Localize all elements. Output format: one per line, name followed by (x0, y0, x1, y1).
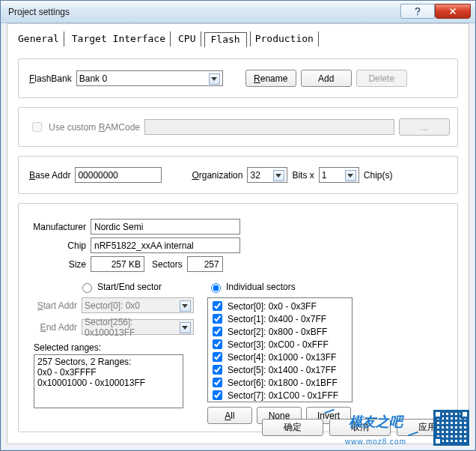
sector-item: Sector[4]: 0x1000 - 0x13FF (228, 352, 336, 363)
apply-button[interactable]: 应用 (397, 419, 458, 436)
end-addr-label: End Addr (34, 322, 77, 333)
start-end-radio-label: Start/End sector (97, 282, 162, 292)
tab-production[interactable]: Production (250, 31, 319, 46)
sector-item: Sector[3]: 0xC00 - 0xFFF (228, 339, 329, 350)
selected-ranges-listbox[interactable]: 257 Sectors, 2 Ranges: 0x0 - 0x3FFFF 0x1… (34, 354, 183, 408)
sector-checkbox[interactable] (213, 314, 222, 324)
start-end-radio[interactable] (82, 283, 92, 293)
use-custom-ramcode-checkbox (32, 122, 42, 132)
list-item: 257 Sectors, 2 Ranges: (37, 357, 180, 367)
window: Project settings General Target Interfac… (0, 0, 476, 451)
flashbank-group: FlashBank Bank 0 Rename Add Delete (18, 58, 458, 98)
individual-sectors-radio[interactable] (211, 283, 221, 293)
bits-x-label: Bits x (292, 170, 314, 181)
close-icon (448, 6, 458, 16)
chip-label: Chip (29, 240, 86, 251)
start-addr-label: Start Addr (34, 300, 77, 311)
manufacturer-label: Manufacturer (29, 222, 86, 232)
sector-item: Sector[2]: 0x800 - 0xBFF (228, 327, 327, 337)
client-area: General Target Interface CPU Flash Produ… (7, 23, 469, 444)
sectors-label: Sectors (152, 259, 183, 270)
sector-item: Sector[0]: 0x0 - 0x3FF (228, 301, 317, 312)
ok-button[interactable]: 确定 (262, 419, 323, 436)
flashbank-label: FlashBank (29, 73, 72, 84)
add-button[interactable]: Add (301, 70, 352, 87)
sector-checkbox[interactable] (213, 352, 222, 362)
sector-list[interactable]: Sector[0]: 0x0 - 0x3FF Sector[1]: 0x400 … (207, 297, 353, 402)
list-item: 0x0 - 0x3FFFF (37, 367, 180, 378)
use-custom-ramcode-label: Use custom RAMCode (49, 122, 140, 133)
sectors-field: 257 (187, 256, 223, 272)
titlebar: Project settings (1, 1, 475, 23)
size-label: Size (29, 259, 86, 270)
individual-sectors-radio-label: Individual sectors (226, 282, 296, 292)
tab-bar: General Target Interface CPU Flash Produ… (7, 24, 469, 46)
cancel-button[interactable]: 取消 (329, 419, 391, 436)
addr-group: Base Addr Organization 32 Bits x 1 Chip(… (18, 156, 458, 194)
sector-item: Sector[1]: 0x400 - 0x7FF (228, 314, 326, 324)
sector-checkbox[interactable] (213, 378, 222, 387)
tab-cpu[interactable]: CPU (174, 31, 201, 46)
organization-label: Organization (192, 170, 242, 181)
titlebar-help-button[interactable] (400, 4, 435, 19)
chips-select[interactable]: 1 (319, 167, 359, 183)
size-field: 257 KB (91, 256, 144, 272)
start-addr-select: Sector[0]: 0x0 (82, 297, 194, 313)
tab-target-interface[interactable]: Target Interface (67, 31, 171, 46)
help-icon (412, 6, 423, 16)
sector-checkbox[interactable] (213, 301, 222, 311)
list-item: 0x10001000 - 0x100013FF (37, 378, 180, 388)
tab-general[interactable]: General (13, 31, 64, 46)
titlebar-close-button[interactable] (435, 4, 471, 19)
chips-label: Chip(s) (364, 170, 393, 181)
sector-checkbox[interactable] (213, 390, 222, 400)
sector-checkbox[interactable] (213, 327, 222, 336)
sector-checkbox[interactable] (213, 339, 222, 349)
manufacturer-field: Nordic Semi (91, 219, 240, 234)
rename-button[interactable]: Rename (245, 70, 296, 87)
ramcode-browse-button: ... (399, 118, 450, 136)
sector-item: Sector[7]: 0x1C00 - 0x1FFF (228, 390, 338, 401)
end-addr-select: Sector[256]: 0x100013FF (82, 319, 194, 335)
selected-ranges-label: Selected ranges: (34, 342, 194, 353)
flashbank-select[interactable]: Bank 0 (76, 70, 223, 86)
select-all-button[interactable]: All (207, 407, 252, 424)
sector-item: Sector[5]: 0x1400 - 0x17FF (228, 365, 336, 375)
base-addr-label: Base Addr (29, 170, 70, 181)
chip-field: nRF51822_xxAA internal (91, 237, 240, 253)
tab-flash[interactable]: Flash (204, 32, 247, 47)
window-title: Project settings (8, 7, 400, 17)
svg-point-0 (417, 14, 418, 16)
dialog-footer: 确定 取消 应用 (262, 419, 458, 436)
chip-info-group: Manufacturer Nordic Semi Chip nRF51822_x… (18, 203, 458, 432)
sector-selection-area: Start/End sector Start Addr Sector[0]: 0… (29, 281, 450, 424)
organization-select[interactable]: 32 (247, 167, 287, 183)
base-addr-input[interactable] (75, 167, 162, 183)
sector-item: Sector[6]: 0x1800 - 0x1BFF (228, 378, 338, 388)
delete-button[interactable]: Delete (356, 70, 407, 87)
ramcode-path-input (144, 119, 394, 135)
ramcode-group: Use custom RAMCode ... (18, 107, 458, 147)
sector-checkbox[interactable] (213, 365, 222, 375)
